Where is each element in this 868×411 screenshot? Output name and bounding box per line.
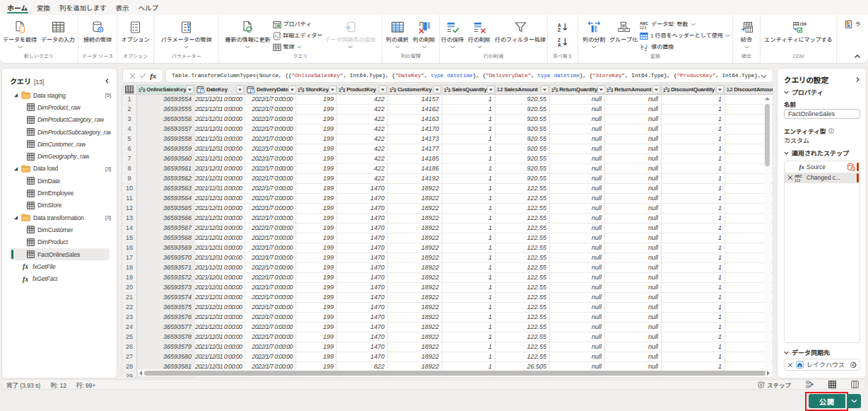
cell[interactable]: null	[605, 313, 662, 322]
cell[interactable]: 2022/1/7 0:00:00	[245, 194, 296, 203]
query-item-fxgetfile[interactable]: fxfxGetFile	[2, 260, 117, 272]
column-header-customerkey[interactable]: 123CustomerKey	[388, 85, 442, 94]
cell[interactable]: 2021/12/31 0:00:00	[195, 144, 245, 154]
cell[interactable]: 1	[662, 273, 725, 282]
cell[interactable]: 920.55	[495, 154, 550, 163]
row-number[interactable]: 29	[122, 372, 137, 378]
cell[interactable]: 199	[296, 184, 337, 193]
cell[interactable]: 1470	[337, 214, 388, 223]
cell[interactable]: 199	[296, 253, 337, 262]
get-data-button[interactable]: データを取得	[1, 18, 39, 51]
cell[interactable]: 2021/12/31 0:00:00	[195, 273, 245, 282]
cell[interactable]: 199	[296, 154, 337, 163]
cell[interactable]: 36593575	[137, 303, 195, 312]
cell[interactable]: 199	[296, 194, 337, 203]
cell[interactable]: null	[605, 283, 662, 292]
cell[interactable]: 1	[442, 184, 495, 193]
cell[interactable]: 1470	[337, 263, 388, 272]
cell[interactable]: 1470	[337, 233, 388, 243]
delete-step-icon[interactable]	[787, 175, 793, 180]
cell[interactable]: 122.55	[495, 352, 550, 361]
row-number[interactable]: 16	[122, 243, 137, 253]
row-number[interactable]: 10	[122, 184, 137, 193]
split-column-button[interactable]: 列の分割	[580, 18, 607, 51]
menu-tab-add-column[interactable]: 列を追加します	[55, 0, 112, 15]
data-type-button[interactable]: ABC123データ型: 整数	[640, 20, 730, 29]
cell[interactable]: 1	[442, 164, 495, 173]
cell[interactable]: 2022/1/7 0:00:00	[245, 283, 296, 292]
vertical-scrollbar-thumb[interactable]	[765, 104, 770, 166]
cell[interactable]: null	[605, 105, 662, 114]
cell[interactable]: 14162	[388, 105, 442, 114]
refresh-preview-button[interactable]: 最新の情報に更新	[223, 18, 273, 51]
cell[interactable]: 18922	[388, 243, 442, 253]
cell[interactable]: 199	[296, 214, 337, 223]
cell[interactable]: 122.55	[495, 233, 550, 243]
cell[interactable]: 199	[296, 125, 337, 134]
cell[interactable]: 18922	[388, 352, 442, 361]
column-header-salesquantity[interactable]: 123SalesQuantity	[442, 85, 495, 94]
cell[interactable]: null	[550, 115, 605, 124]
cell[interactable]: null	[605, 134, 662, 144]
row-number[interactable]: 28	[122, 362, 137, 371]
cell[interactable]: 2022/1/7 0:00:00	[245, 342, 296, 352]
cell[interactable]: null	[550, 263, 605, 272]
row-number[interactable]: 15	[122, 233, 137, 243]
cell[interactable]: 122.55	[495, 214, 550, 223]
menu-tab-transform[interactable]: 変換	[33, 0, 55, 15]
cell[interactable]: 422	[337, 125, 388, 134]
cell[interactable]: 1470	[337, 243, 388, 253]
cell[interactable]: null	[550, 144, 605, 154]
cell[interactable]: 14170	[388, 125, 442, 134]
column-header-storekey[interactable]: 123StoreKey	[296, 85, 337, 94]
cell[interactable]: 122.55	[495, 303, 550, 312]
cell[interactable]: 2021/12/31 0:00:00	[195, 164, 245, 173]
cell[interactable]: 1	[442, 342, 495, 352]
cell[interactable]: 1	[442, 243, 495, 253]
row-number[interactable]: 23	[122, 313, 137, 322]
column-header-discountamoun[interactable]: 1.2DiscountAmoun	[725, 85, 773, 94]
cell[interactable]: 1	[442, 194, 495, 203]
diagram-view-button[interactable]	[806, 381, 814, 388]
cell[interactable]: 2021/12/31 0:00:00	[195, 214, 245, 223]
cell[interactable]: null	[550, 243, 605, 253]
cell[interactable]: null	[605, 273, 662, 282]
cell[interactable]: 36593573	[137, 283, 195, 292]
row-number[interactable]: 13	[122, 214, 137, 223]
cell[interactable]: 1	[442, 352, 495, 361]
cell[interactable]: 422	[337, 154, 388, 163]
sort-ascending-button[interactable]: AZ	[558, 23, 568, 32]
cell[interactable]: null	[605, 125, 662, 134]
cell[interactable]: 36593560	[137, 154, 195, 163]
cell[interactable]: 422	[337, 95, 388, 104]
cell[interactable]: 2021/12/31 0:00:00	[195, 332, 245, 342]
cell[interactable]: 199	[296, 243, 337, 253]
cell[interactable]: 2022/1/7 0:00:00	[245, 134, 296, 144]
filter-dropdown-button[interactable]	[288, 86, 296, 93]
cell[interactable]: 36593570	[137, 253, 195, 262]
keep-rows-button[interactable]: 行の保持	[439, 18, 466, 51]
row-number[interactable]: 24	[122, 323, 137, 332]
query-item-dimdate[interactable]: DimDate	[2, 175, 117, 187]
cell[interactable]: 122.55	[495, 243, 550, 253]
row-number[interactable]: 27	[122, 352, 137, 361]
cell[interactable]: 1	[662, 214, 725, 223]
query-item-dimproduct[interactable]: DimProduct	[2, 236, 117, 248]
cell[interactable]: 2021/12/31 0:00:00	[195, 204, 245, 213]
row-number[interactable]: 8	[122, 164, 137, 173]
cell[interactable]: 122.55	[495, 323, 550, 332]
cell[interactable]: 18922	[388, 253, 442, 262]
cell[interactable]: 2022/1/7 0:00:00	[245, 154, 296, 163]
row-number[interactable]: 26	[122, 342, 137, 352]
cell[interactable]: null	[605, 194, 662, 203]
cell[interactable]: 36593564	[137, 194, 195, 203]
cell[interactable]: 2021/12/31 0:00:00	[195, 174, 245, 183]
cell[interactable]: 199	[296, 134, 337, 144]
cell[interactable]: null	[605, 253, 662, 262]
cell[interactable]: 2021/12/31 0:00:00	[195, 184, 245, 193]
cell[interactable]: 920.55	[495, 105, 550, 114]
cell[interactable]: 1	[662, 184, 725, 193]
horizontal-scrollbar-thumb[interactable]	[144, 371, 766, 376]
cell[interactable]: 36593577	[137, 323, 195, 332]
row-number[interactable]: 2	[122, 105, 137, 114]
